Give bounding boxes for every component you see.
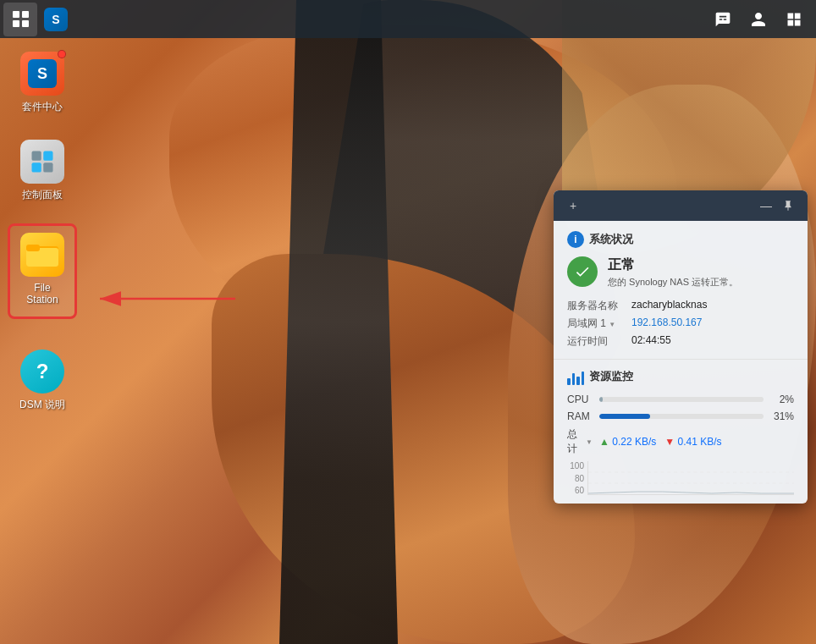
- svg-rect-6: [26, 245, 40, 251]
- svg-rect-3: [43, 163, 52, 173]
- panel-pin-button[interactable]: [777, 195, 799, 217]
- mini-chart-area: 100 80 60: [567, 461, 794, 495]
- dsm-help-icon-wrapper: ?: [20, 350, 64, 394]
- upload-speed: ▲: [599, 436, 609, 448]
- total-label: 总计 ▼: [567, 427, 593, 456]
- control-panel-label: 控制面板: [22, 189, 63, 201]
- chat-button[interactable]: [708, 4, 738, 35]
- server-name-value: zacharyblacknas: [631, 299, 794, 313]
- control-panel-icon: [20, 140, 64, 184]
- ram-progress-fill: [599, 414, 650, 419]
- user-button[interactable]: [743, 4, 774, 35]
- section-title: 系统状况: [589, 232, 633, 247]
- sidebar-item-package-center[interactable]: S 套件中心: [8, 47, 76, 118]
- status-text-group: 正常 您的 Synology NAS 运转正常。: [608, 256, 794, 289]
- s-logo-icon: S: [44, 8, 68, 31]
- desktop-icons-area: S 套件中心 控制面板: [8, 47, 76, 416]
- panel-add-button[interactable]: +: [562, 195, 584, 217]
- uptime-label: 运行时间: [567, 334, 618, 349]
- package-center-label: 套件中心: [22, 101, 63, 113]
- uptime-value: 02:44:55: [631, 334, 794, 349]
- network-label: 局域网 1 ▼: [567, 316, 618, 331]
- window-button[interactable]: [779, 4, 809, 35]
- taskbar-left: S: [0, 3, 73, 36]
- svg-rect-2: [32, 163, 41, 173]
- taskbar-right: [708, 4, 816, 35]
- system-status-section: i 系统状况 正常 您的 Synology NAS 运转正常。 服务器名称 za…: [554, 221, 808, 360]
- sidebar-item-file-station[interactable]: File Station: [8, 223, 76, 319]
- section-header: i 系统状况: [567, 231, 794, 248]
- server-name-label: 服务器名称: [567, 299, 618, 313]
- cpu-resource-row: CPU 2%: [567, 394, 794, 405]
- mini-chart-canvas: [587, 461, 794, 495]
- network-row: 总计 ▼ ▲ 0.22 KB/s ▼ 0.41 KB/s: [567, 427, 794, 456]
- ram-progress-track: [599, 414, 764, 419]
- apps-menu-button[interactable]: [3, 3, 37, 36]
- panel-titlebar: + —: [554, 190, 808, 221]
- file-station-label: File Station: [20, 282, 64, 306]
- chart-y-80: 80: [567, 474, 584, 483]
- network-ip-value[interactable]: 192.168.50.167: [631, 316, 794, 331]
- chart-y-axis: 100 80 60: [567, 461, 587, 495]
- chart-icon: [567, 368, 584, 385]
- cpu-progress-track: [599, 397, 764, 402]
- control-panel-icon-wrapper: [20, 140, 64, 184]
- total-dropdown-arrow[interactable]: ▼: [586, 438, 593, 446]
- package-s-logo: S: [28, 59, 57, 88]
- svg-rect-0: [32, 151, 41, 161]
- status-check-icon: [567, 256, 598, 287]
- file-station-icon: [20, 233, 64, 277]
- chart-y-100: 100: [567, 461, 584, 471]
- dsm-help-label: DSM 说明: [19, 399, 65, 410]
- sidebar-item-control-panel[interactable]: 控制面板: [8, 135, 76, 206]
- status-main-text: 正常: [608, 256, 794, 274]
- resource-section-header: 资源监控: [567, 368, 794, 385]
- info-grid: 服务器名称 zacharyblacknas 局域网 1 ▼ 192.168.50…: [567, 299, 794, 349]
- cpu-label: CPU: [567, 394, 593, 405]
- status-sub-text: 您的 Synology NAS 运转正常。: [608, 276, 794, 289]
- download-speed: ▼: [664, 436, 675, 448]
- ram-resource-row: RAM 31%: [567, 410, 794, 422]
- file-station-highlight-border: File Station: [8, 223, 77, 319]
- network-speeds: ▲ 0.22 KB/s ▼ 0.41 KB/s: [599, 436, 722, 448]
- chart-y-60: 60: [567, 486, 584, 495]
- package-center-icon-wrapper: S: [20, 52, 64, 96]
- cpu-percentage: 2%: [770, 394, 794, 405]
- package-center-icon: S: [20, 52, 64, 96]
- taskbar: S: [0, 0, 816, 38]
- resource-monitor-section: 资源监控 CPU 2% RAM 31% 总计 ▼ ▲ 0.: [554, 360, 808, 504]
- ram-label: RAM: [567, 410, 593, 422]
- system-status-panel: + — i 系统状况 正常 您的 Synology NAS 运转正常。: [554, 190, 808, 504]
- svg-rect-1: [43, 151, 52, 161]
- info-icon: i: [567, 231, 584, 248]
- synology-button[interactable]: S: [39, 3, 73, 36]
- dsm-help-icon: ?: [20, 350, 64, 394]
- network-dropdown-arrow[interactable]: ▼: [609, 321, 615, 328]
- resource-section-title: 资源监控: [589, 369, 633, 384]
- cpu-progress-fill: [599, 397, 603, 402]
- panel-minimize-button[interactable]: —: [755, 195, 777, 217]
- sidebar-item-dsm-help[interactable]: ? DSM 说明: [8, 344, 76, 416]
- notification-badge: [58, 50, 66, 58]
- file-station-icon-wrapper: [20, 233, 64, 277]
- ram-percentage: 31%: [770, 410, 794, 422]
- grid-icon: [13, 11, 29, 27]
- status-row: 正常 您的 Synology NAS 运转正常。: [567, 256, 794, 289]
